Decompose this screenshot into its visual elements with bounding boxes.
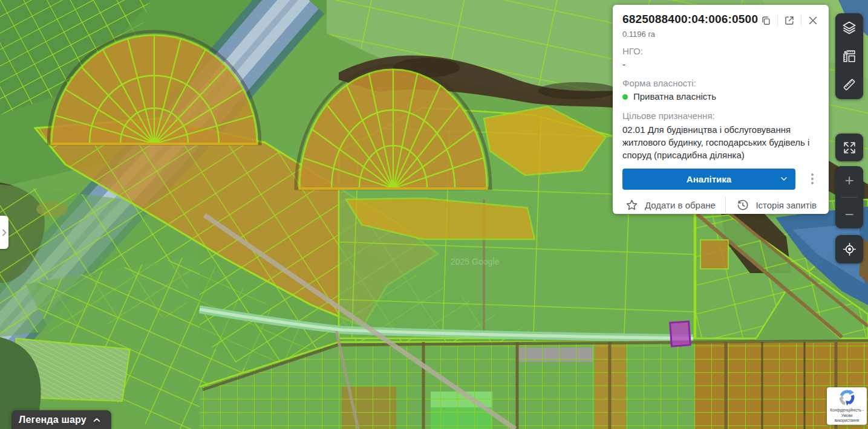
add-favorite-label: Додати в обране <box>645 200 716 210</box>
chevron-down-icon <box>779 174 789 184</box>
external-link-icon <box>783 15 795 27</box>
parcel-info-panel: 6825088400:04:006:0500 <box>613 5 829 214</box>
chevron-right-icon <box>1 228 7 237</box>
legend-label: Легенда шару <box>19 414 86 425</box>
close-icon <box>807 15 819 27</box>
cadastral-map-app: 2025 Google Легенда шару 6825088400:04:0… <box>0 0 868 429</box>
recaptcha-icon <box>836 389 858 407</box>
fullscreen-icon <box>842 140 857 155</box>
ownership-status-dot <box>622 94 628 100</box>
fullscreen-group <box>835 134 863 161</box>
chevron-up-icon <box>92 415 102 425</box>
recaptcha-terms: Конфіденційність - Умови використання <box>827 407 867 424</box>
copy-button[interactable] <box>758 13 774 28</box>
ruler-button[interactable] <box>835 71 863 98</box>
locate-icon <box>842 242 857 257</box>
more-options-button[interactable] <box>806 170 819 188</box>
zoom-out-button[interactable]: − <box>835 201 863 228</box>
selected-parcel[interactable] <box>670 321 691 346</box>
map-tools-group <box>835 13 863 99</box>
divider <box>725 197 726 213</box>
close-panel-button[interactable] <box>805 13 821 28</box>
ownership-label: Форма власності: <box>622 78 819 88</box>
divider <box>777 15 778 27</box>
ruler-icon <box>841 77 857 92</box>
star-icon <box>625 198 639 212</box>
divider <box>801 15 801 27</box>
analytics-button[interactable]: Аналітика <box>622 169 795 190</box>
divider <box>841 197 857 198</box>
layers-button[interactable] <box>835 14 863 42</box>
history-clock-icon <box>736 198 749 212</box>
open-external-button[interactable] <box>782 13 797 28</box>
locate-group <box>835 235 863 263</box>
zoom-controls: + − <box>835 166 863 228</box>
panel-expander[interactable] <box>0 216 8 249</box>
plus-icon: + <box>844 172 853 188</box>
bottom-parcel-strip <box>200 341 868 429</box>
analytics-button-label: Аналітика <box>687 174 731 184</box>
ownership-value: Приватна власність <box>633 91 716 103</box>
purpose-label: Цільове призначення: <box>622 111 819 121</box>
copy-icon <box>760 15 772 27</box>
legend-toggle[interactable]: Легенда шару <box>11 410 111 429</box>
measure-plot-icon <box>842 49 857 64</box>
measure-plot-button[interactable] <box>835 42 863 70</box>
parcel-id: 6825088400:04:006:0500 <box>622 13 758 26</box>
layers-icon <box>841 20 857 36</box>
ngo-value: - <box>622 59 819 71</box>
map-watermark: 2025 Google <box>451 257 499 266</box>
purpose-value: 02.01 Для будівництва і обслуговування ж… <box>622 123 819 161</box>
locate-me-button[interactable] <box>835 236 863 263</box>
zoom-in-button[interactable]: + <box>835 166 863 194</box>
fullscreen-button[interactable] <box>835 134 863 161</box>
parcel-area: 0.1196 га <box>622 30 819 39</box>
add-favorite-button[interactable]: Додати в обране <box>622 197 718 213</box>
recaptcha-badge[interactable]: Конфіденційність - Умови використання <box>827 387 867 425</box>
history-label: Історія запитів <box>755 200 817 210</box>
ngo-label: НГО: <box>622 46 819 56</box>
minus-icon: − <box>844 207 853 222</box>
history-button[interactable]: Історія запитів <box>733 197 819 213</box>
